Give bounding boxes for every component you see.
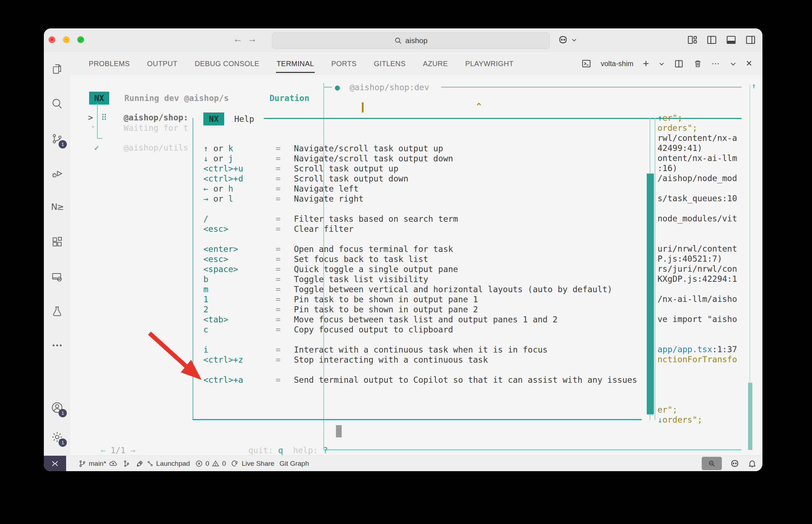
tab-ports[interactable]: PORTS bbox=[331, 55, 357, 73]
clipped-output-line: ↑er"; bbox=[658, 113, 737, 123]
copilot-menu[interactable] bbox=[558, 35, 577, 45]
clipped-output-line: er"; bbox=[658, 405, 737, 415]
tab-gitlens[interactable]: GITLENS bbox=[373, 55, 406, 73]
help-shortcut-row: ← or h=Navigate left bbox=[203, 184, 637, 194]
help-shortcut-row: → or l=Navigate right bbox=[203, 194, 637, 204]
help-shortcut-row: ↑ or k=Navigate/scroll task output up bbox=[203, 143, 637, 153]
chevron-down-icon bbox=[571, 37, 577, 43]
customize-layout-icon[interactable] bbox=[687, 35, 698, 45]
scroll-up-arrow: ↑ bbox=[752, 81, 756, 91]
clipped-output-line bbox=[658, 395, 737, 405]
pane-scrollbar-thumb[interactable] bbox=[336, 425, 342, 437]
help-scrollbar-thumb[interactable] bbox=[647, 174, 654, 414]
command-center-search[interactable]: aishop bbox=[272, 32, 550, 49]
activity-explorer-icon[interactable] bbox=[44, 59, 70, 79]
activity-settings-icon[interactable]: 1 bbox=[44, 427, 70, 447]
help-shortcut-row: <ctrl>+d=Scroll task output down bbox=[203, 174, 637, 184]
task-label[interactable]: @aishop/shop: bbox=[124, 112, 188, 123]
live-share-icon bbox=[231, 459, 239, 468]
help-shortcut-row: <esc>=Set focus back to task list bbox=[203, 254, 637, 264]
live-share-item[interactable]: Live Share bbox=[231, 459, 274, 468]
right-scroll-thumb[interactable] bbox=[748, 383, 752, 450]
help-shortcut-list: ↑ or k=Navigate/scroll task output up↓ o… bbox=[203, 143, 637, 385]
activity-search-icon[interactable] bbox=[44, 93, 70, 114]
tab-terminal[interactable]: TERMINAL bbox=[276, 55, 315, 73]
tab-output[interactable]: OUTPUT bbox=[146, 55, 178, 73]
terminal-cursor bbox=[362, 102, 364, 112]
clipped-output-line: rs/juri/nrwl/con bbox=[658, 264, 737, 274]
more-actions-button[interactable]: ⋯ bbox=[712, 59, 720, 68]
launchpad-item[interactable]: Launchpad bbox=[135, 459, 190, 468]
clipped-output-line bbox=[658, 385, 737, 395]
activity-bar: 1N≥11 bbox=[44, 52, 70, 456]
title-bar: ✕ − ⤢ ← → aishop bbox=[44, 28, 762, 52]
duration-column-label: Duration bbox=[269, 93, 309, 103]
hide-panel-chevron-button[interactable] bbox=[730, 60, 737, 67]
prompt-caret: ^ bbox=[476, 101, 481, 111]
toggle-primary-sidebar-icon[interactable] bbox=[706, 35, 717, 45]
help-shortcut-row: m=Toggle between vertical and horizontal… bbox=[203, 284, 637, 294]
clipped-output-line: node_modules/vit bbox=[658, 213, 737, 224]
git-branch-item[interactable]: main* bbox=[78, 459, 117, 468]
search-icon bbox=[394, 37, 402, 45]
launch-config-icon bbox=[147, 460, 154, 467]
task-label-done[interactable]: @aishop/utils bbox=[124, 143, 188, 153]
live-share-label: Live Share bbox=[242, 460, 274, 468]
terminal-viewport[interactable]: NX Running dev @aishop/s Duration > ⠿ @a… bbox=[70, 75, 762, 456]
nav-back-button[interactable]: ← bbox=[233, 33, 243, 45]
pane-bottom-border bbox=[323, 449, 742, 450]
close-window-button[interactable]: ✕ bbox=[49, 36, 55, 43]
help-shortcut-row: <ctrl>+a=Send terminal output to Copilot… bbox=[203, 375, 637, 385]
clipped-output-line: :16) bbox=[658, 163, 737, 173]
remote-indicator-button[interactable] bbox=[44, 456, 66, 471]
activity-source-control-icon[interactable]: 1 bbox=[44, 128, 70, 149]
task-pager[interactable]: ← 1/1 → bbox=[101, 445, 135, 455]
pane-corner-stub bbox=[323, 87, 332, 88]
task-tree-bracket bbox=[97, 103, 102, 139]
copilot-status-icon[interactable] bbox=[730, 459, 740, 469]
activity-testing-icon[interactable] bbox=[44, 301, 70, 322]
help-right-border-b bbox=[655, 118, 655, 420]
help-shortcut-row: i=Interact with a continuous task when i… bbox=[203, 345, 637, 355]
activity-accounts-icon[interactable]: 1 bbox=[44, 397, 70, 418]
tab-problems[interactable]: PROBLEMS bbox=[88, 55, 130, 73]
toggle-secondary-sidebar-icon[interactable] bbox=[745, 35, 756, 45]
notifications-bell-icon[interactable] bbox=[748, 459, 757, 468]
clipped-output-line: app/app.tsx:1:37 bbox=[658, 344, 737, 354]
split-terminal-button[interactable] bbox=[674, 59, 684, 69]
kill-terminal-button[interactable] bbox=[693, 59, 702, 68]
nav-forward-button[interactable]: → bbox=[248, 33, 257, 45]
panel-header: PROBLEMSOUTPUTDEBUG CONSOLETERMINALPORTS… bbox=[70, 52, 762, 75]
task-bullet bbox=[92, 126, 94, 128]
clipped-output-line: P.js:40521:7) bbox=[658, 254, 737, 264]
activity-run-and-debug-icon[interactable] bbox=[44, 163, 70, 184]
minimize-window-button[interactable]: − bbox=[63, 36, 70, 43]
tab-azure[interactable]: AZURE bbox=[422, 55, 449, 73]
status-bar: main* Launchpad bbox=[44, 455, 762, 471]
problems-item[interactable]: 0 0 bbox=[195, 460, 226, 468]
active-terminal-name[interactable]: volta-shim bbox=[601, 60, 633, 68]
tab-playwright[interactable]: PLAYWRIGHT bbox=[465, 55, 515, 73]
clipped-output-line bbox=[658, 203, 737, 213]
new-terminal-button[interactable]: + bbox=[643, 58, 649, 70]
errors-count: 0 bbox=[206, 460, 209, 468]
zoom-window-button[interactable]: ⤢ bbox=[77, 36, 84, 43]
git-graph-item[interactable]: Git Graph bbox=[280, 460, 309, 468]
terminal-launch-chevron-icon[interactable] bbox=[659, 61, 665, 67]
tab-debug-console[interactable]: DEBUG CONSOLE bbox=[194, 55, 260, 73]
activity-remote-explorer-icon[interactable] bbox=[44, 267, 70, 288]
pipeline-item[interactable] bbox=[123, 460, 130, 468]
panel-tabs: PROBLEMSOUTPUTDEBUG CONSOLETERMINALPORTS… bbox=[70, 55, 530, 73]
help-blank-row bbox=[203, 234, 637, 244]
clipped-output-line: KXgDP.js:42294:1 bbox=[658, 274, 737, 284]
help-shortcut-row: <ctrl>+z=Stop interacting with a continu… bbox=[203, 355, 637, 365]
toggle-panel-icon[interactable] bbox=[726, 35, 737, 45]
errors-icon bbox=[195, 460, 203, 468]
activity-nx-console-icon[interactable]: N≥ bbox=[44, 197, 70, 217]
close-panel-button[interactable]: ✕ bbox=[746, 59, 752, 68]
zoom-status-button[interactable] bbox=[702, 457, 722, 470]
activity-extensions-icon[interactable] bbox=[44, 231, 70, 252]
activity-more-icon[interactable] bbox=[44, 335, 70, 356]
clipped-output-line: ↓orders"; bbox=[658, 415, 737, 425]
warnings-count: 0 bbox=[222, 460, 226, 468]
